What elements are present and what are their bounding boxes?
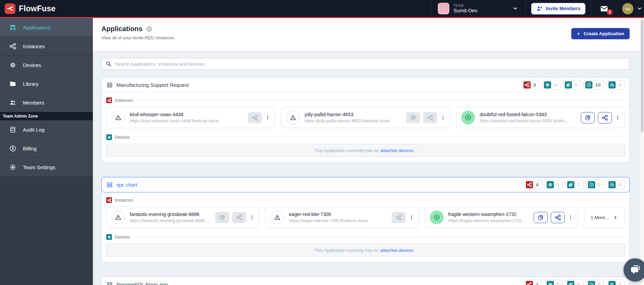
sidebar-item-instances[interactable]: Instances <box>0 37 93 56</box>
pipelines-icon <box>608 181 616 188</box>
clock-icon <box>588 281 595 285</box>
devices-section-text: Devices <box>115 235 130 240</box>
instances-count: 3 <box>533 82 536 87</box>
devices-count: 0 <box>557 282 559 285</box>
sidebar-item-audit-log[interactable]: Audit Log <box>0 120 93 139</box>
team-admin-zone-label: Team Admin Zone <box>0 112 93 120</box>
invite-members-button[interactable]: Invite Members <box>531 3 586 15</box>
vertical-scrollbar <box>640 18 644 285</box>
application-icon <box>106 181 113 188</box>
open-dashboard-button[interactable] <box>581 112 595 123</box>
team-avatar <box>438 3 449 14</box>
instance-tile[interactable]: fragile-western-swamphen-2732 https://fr… <box>425 207 578 228</box>
instance-name: jolly-pallid-harrier-4653 <box>305 112 401 117</box>
brand-logo[interactable]: FlowFuse <box>0 3 56 14</box>
status-warning-icon <box>111 211 125 224</box>
search-icon <box>106 61 112 67</box>
status-running-icon <box>461 111 475 124</box>
sidebar-item-devices[interactable]: Devices <box>0 56 93 74</box>
kebab-menu-button[interactable] <box>409 213 414 221</box>
chat-bubble-icon <box>629 264 641 276</box>
instance-url: https://doubtful-red-footed-falcon-5393.… <box>480 119 576 123</box>
create-application-button[interactable]: + Create Application <box>571 28 630 39</box>
devices-section-label: Devices <box>106 234 625 240</box>
devices-section-label: Devices <box>106 134 625 140</box>
team-selector[interactable]: TEAM: Sumit-Dev <box>431 0 525 17</box>
instance-url: https://kind-whooper-swan-4448.flowfuse.… <box>130 119 243 123</box>
sidebar-item-applications[interactable]: Applications <box>0 18 93 37</box>
device-groups-count: 0 <box>575 82 577 87</box>
instance-url: https://fragile-western-swamphen-2732...… <box>448 218 529 223</box>
application-badges: 4 0 0 0 0 <box>524 180 625 190</box>
devices-section-text: Devices <box>115 135 130 140</box>
gear-icon <box>9 164 16 171</box>
instances-icon <box>106 97 112 103</box>
attached-devices-link[interactable]: attached devices <box>380 248 414 253</box>
chat-widget-button[interactable] <box>624 258 644 282</box>
application-badges: 1 0 0 0 0 <box>524 280 625 285</box>
sidebar-item-members[interactable]: Members <box>0 93 93 112</box>
open-editor-button[interactable] <box>551 212 565 223</box>
user-menu[interactable]: su <box>617 0 644 17</box>
sidebar-item-label: Library <box>23 81 39 87</box>
main-content: Applications View all of your Node-RED i… <box>93 18 640 285</box>
open-editor-button <box>423 112 437 123</box>
user-plus-icon <box>536 5 543 12</box>
no-devices-message: This Application currently has no attach… <box>106 244 625 257</box>
search-input[interactable] <box>115 62 626 67</box>
device-groups-count-badge: 0 <box>563 80 581 90</box>
divider <box>138 200 625 200</box>
instance-name: fantastic-evening-grosbeak-8886 <box>130 212 210 217</box>
pipelines-count-badge: 0 <box>607 280 625 285</box>
pipelines-icon <box>608 81 616 89</box>
instances-count-badge: 1 <box>524 280 542 285</box>
instances-section-label: Instances <box>106 197 625 203</box>
application-name: spc chart <box>116 182 137 188</box>
sidebar-item-library[interactable]: Library <box>0 74 93 93</box>
kebab-menu-button[interactable] <box>440 113 446 122</box>
instance-tile[interactable]: eager-red-kite-7300 https://eager-red-ki… <box>265 207 418 228</box>
snapshots-count: 0 <box>598 282 601 285</box>
device-groups-count: 0 <box>577 182 580 187</box>
application-header[interactable]: PostgreSQL blogs app 1 0 0 <box>102 277 629 285</box>
application-card: spc chart 4 0 0 <box>101 177 630 262</box>
info-icon[interactable] <box>146 26 152 32</box>
chip-icon <box>106 134 112 140</box>
sidebar: Applications Instances Devices Library M… <box>0 18 93 285</box>
kebab-menu-button[interactable] <box>249 213 255 221</box>
no-devices-period: . <box>415 148 417 153</box>
kebab-menu-button[interactable] <box>265 113 270 122</box>
open-editor-button <box>248 112 262 123</box>
open-dashboard-button[interactable] <box>534 212 548 223</box>
instance-tile[interactable]: doubtful-red-footed-falcon-5393 https://… <box>456 107 625 128</box>
open-dashboard-button <box>406 112 420 123</box>
instance-tile[interactable]: fantastic-evening-grosbeak-8886 https://… <box>106 207 259 228</box>
application-name: Manufacturing Support Request <box>116 82 189 88</box>
sidebar-item-team-settings[interactable]: Team Settings <box>0 158 93 177</box>
application-header[interactable]: spc chart 4 0 0 <box>101 177 630 192</box>
brand-name: FlowFuse <box>19 4 56 13</box>
attached-devices-link[interactable]: attached devices <box>380 148 414 153</box>
search-bar <box>101 58 630 70</box>
no-devices-text: This Application currently has no <box>314 148 378 153</box>
instance-tile[interactable]: jolly-pallid-harrier-4653 https://jolly-… <box>281 107 450 128</box>
sidebar-item-billing[interactable]: $ Billing <box>0 139 93 158</box>
kebab-menu-button[interactable] <box>615 113 620 122</box>
folder-icon <box>9 80 16 87</box>
application-icon <box>106 281 113 285</box>
svg-text:$: $ <box>12 146 14 150</box>
instance-tile[interactable]: kind-whooper-swan-4448 https://kind-whoo… <box>106 107 275 128</box>
open-editor-button[interactable] <box>598 112 612 123</box>
snapshots-count-badge: 0 <box>586 280 604 285</box>
status-suspended-icon <box>111 111 125 124</box>
more-instances-button[interactable]: 1 More... <box>584 207 625 228</box>
kebab-menu-button[interactable] <box>568 213 573 221</box>
status-warning-icon <box>270 211 284 224</box>
notifications-button[interactable]: 3 <box>591 0 617 17</box>
application-header[interactable]: Manufacturing Support Request 3 0 0 <box>102 78 629 93</box>
flowfuse-logo-icon <box>5 3 15 14</box>
scrollbar-thumb[interactable] <box>641 19 643 132</box>
status-running-icon <box>430 211 444 224</box>
pipelines-count-badge: 0 <box>607 80 625 90</box>
plus-icon: + <box>577 31 580 36</box>
